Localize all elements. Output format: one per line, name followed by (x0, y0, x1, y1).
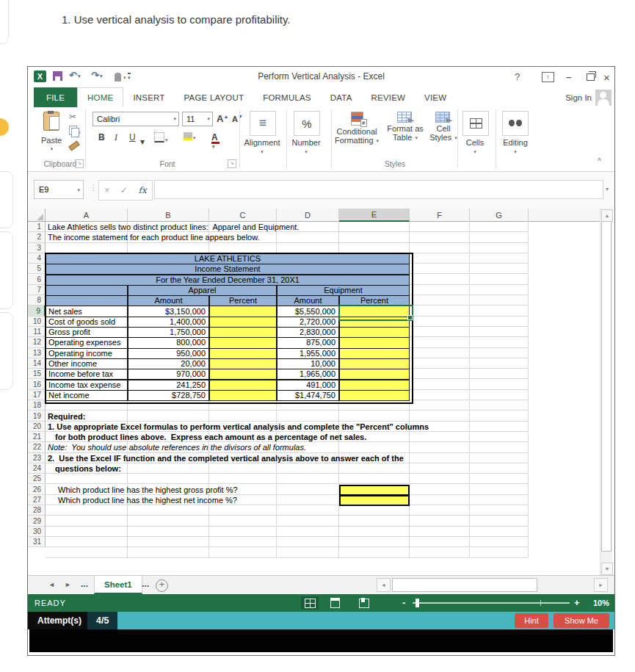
ribbon-tab-review[interactable]: REVIEW (362, 87, 416, 107)
row-header-23[interactable]: 23 (28, 453, 46, 463)
cell-A18[interactable] (46, 400, 128, 411)
cell-B25[interactable] (128, 474, 209, 484)
cell-E31[interactable] (339, 537, 410, 547)
row-header-27[interactable]: 27 (28, 495, 46, 505)
enter-icon[interactable]: ✓ (120, 185, 128, 195)
cell-C12[interactable] (209, 337, 277, 348)
cell-E30[interactable] (339, 527, 410, 537)
cell-E28[interactable] (339, 505, 410, 516)
cell-G14[interactable] (470, 358, 529, 369)
cell-D13[interactable]: 1,955,000 (277, 348, 339, 359)
cut-button[interactable]: ✂ (69, 112, 76, 122)
cell-G5[interactable] (470, 264, 529, 274)
cell-G3[interactable] (470, 243, 529, 253)
vertical-scrollbar[interactable]: ▲ ▼ (600, 209, 612, 575)
cell-G18[interactable] (470, 400, 529, 411)
cell-F28[interactable] (410, 505, 470, 516)
cell-B3[interactable] (128, 243, 209, 253)
cell-F14[interactable] (410, 358, 470, 369)
column-header-E[interactable]: E (339, 209, 410, 222)
cell-D25[interactable] (277, 474, 339, 484)
scroll-right-icon[interactable]: ► (594, 578, 608, 592)
cell-E13[interactable] (339, 348, 410, 359)
cell-B18[interactable] (128, 400, 209, 411)
zoom-out-icon[interactable]: - (402, 597, 405, 608)
more-sheets-left[interactable]: ... (81, 579, 88, 589)
cell-D16[interactable]: 491,000 (277, 380, 339, 391)
row-header-5[interactable]: 5 (28, 264, 46, 274)
row-header-13[interactable]: 13 (28, 348, 46, 358)
cell-D30[interactable] (277, 527, 339, 537)
cell-C32[interactable] (209, 547, 277, 557)
font-color-button[interactable]: A▾ (211, 132, 219, 154)
cell-A3[interactable] (46, 243, 128, 253)
cell-A28[interactable] (46, 505, 128, 516)
cell-E25[interactable] (339, 474, 410, 484)
ribbon-tab-file[interactable]: FILE (34, 87, 77, 107)
collapse-ribbon-icon[interactable]: ^ (598, 157, 601, 165)
cell-A1[interactable]: Lake Athletics sells two distinct produc… (46, 222, 529, 233)
cell-F17[interactable] (410, 390, 470, 400)
cell-D28[interactable] (277, 505, 339, 516)
cell-G26[interactable] (470, 485, 529, 495)
cell-C10[interactable] (209, 317, 277, 328)
cell-E27[interactable] (339, 495, 410, 506)
conditional-formatting-button[interactable]: ≠ Conditional Formatting ▾ (330, 112, 383, 145)
cell-A31[interactable] (46, 537, 128, 547)
zoom-slider[interactable] (413, 602, 570, 604)
scroll-left-icon[interactable]: ◄ (377, 578, 391, 592)
cell-D31[interactable] (277, 537, 339, 547)
font-dialog-launcher-icon[interactable]: ↘ (228, 159, 236, 168)
insert-function-icon[interactable]: fx (138, 185, 146, 195)
cell-C30[interactable] (209, 527, 277, 537)
cell-F10[interactable] (410, 317, 470, 327)
cell-F29[interactable] (410, 516, 470, 526)
cell-B32[interactable] (128, 547, 209, 557)
cell-F30[interactable] (410, 527, 470, 537)
cell-C31[interactable] (209, 537, 277, 547)
alignment-button[interactable]: ≡ (250, 111, 276, 136)
cell-A23[interactable]: 2. Use the Excel IF function and the com… (46, 453, 529, 464)
cancel-icon[interactable]: × (104, 185, 109, 195)
cell-F26[interactable] (410, 485, 470, 495)
row-header-25[interactable]: 25 (28, 474, 46, 484)
cell-F11[interactable] (410, 327, 470, 337)
row-header-12[interactable]: 12 (28, 337, 46, 347)
close-icon[interactable]: × (603, 71, 610, 84)
cell-G13[interactable] (470, 348, 529, 358)
formula-input[interactable] (154, 180, 603, 199)
cell-F5[interactable] (410, 264, 470, 274)
sheet-tab-sheet1[interactable]: Sheet1 (94, 576, 142, 594)
cell-B28[interactable] (128, 505, 209, 516)
cell-D12[interactable]: 875,000 (277, 337, 339, 348)
cell-E17[interactable] (339, 390, 410, 401)
cell-F7[interactable] (410, 285, 470, 295)
help-icon[interactable]: ? (515, 71, 520, 82)
cell-B14[interactable]: 20,000 (128, 358, 209, 369)
title-bar[interactable]: X ↶▾ ↷▾ ▾ ▾ Perform Vertical Analysis - … (28, 67, 614, 87)
column-header-C[interactable]: C (209, 209, 277, 222)
row-header-6[interactable]: 6 (28, 275, 46, 285)
chevron-down-icon[interactable]: ▾ (193, 135, 196, 140)
chevron-down-icon[interactable]: ▾ (140, 137, 145, 147)
cell-A16[interactable]: Income tax expense (46, 380, 128, 391)
column-header-F[interactable]: F (410, 209, 470, 222)
cell-B16[interactable]: 241,250 (128, 380, 209, 391)
cell-E26[interactable] (339, 485, 410, 496)
cell-D9[interactable]: $5,550,000 (277, 306, 339, 317)
chevron-down-icon[interactable]: ▾ (460, 149, 490, 155)
cell-G31[interactable] (470, 537, 529, 547)
row-header-29[interactable]: 29 (28, 516, 46, 526)
cell-A7[interactable] (46, 285, 128, 296)
cell-D18[interactable] (277, 400, 339, 411)
cell-E32[interactable] (339, 547, 410, 557)
cell-F3[interactable] (410, 243, 470, 253)
cell-A30[interactable] (46, 527, 128, 537)
cell-D15[interactable]: 1,965,000 (277, 369, 339, 380)
expand-formula-bar-icon[interactable]: ▾ (606, 186, 609, 192)
page-layout-view-button[interactable] (326, 596, 344, 610)
cell-A32[interactable] (46, 547, 128, 557)
cell-C25[interactable] (209, 474, 277, 484)
column-header-G[interactable]: G (470, 209, 529, 222)
clipboard-dialog-launcher-icon[interactable]: ↘ (75, 159, 84, 168)
